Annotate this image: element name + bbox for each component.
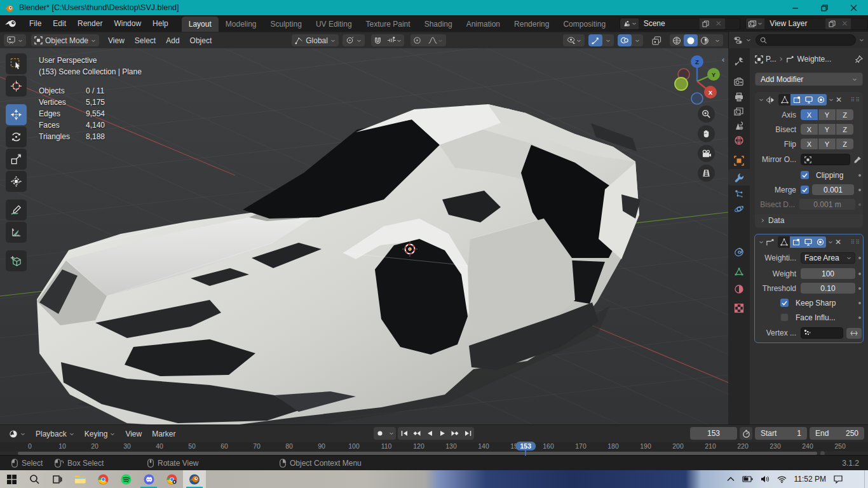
file-explorer-icon[interactable] — [69, 470, 92, 488]
view-layer-copy-button[interactable] — [825, 18, 838, 29]
scene-name[interactable]: Scene — [639, 18, 700, 29]
bisect-z-button[interactable]: Z — [836, 124, 853, 135]
wn-realtime-toggle[interactable] — [802, 236, 814, 248]
wn-delete-button[interactable]: ✕ — [835, 238, 841, 247]
snap-magnet-toggle[interactable] — [371, 34, 385, 46]
wn-render-toggle[interactable] — [814, 236, 826, 248]
tool-annotate[interactable] — [6, 200, 27, 220]
preview-range-clock-button[interactable] — [740, 427, 752, 440]
show-overlays-toggle[interactable] — [618, 34, 632, 46]
pan-hand-button[interactable] — [698, 125, 715, 142]
proportional-falloff-selector[interactable] — [424, 34, 446, 46]
next-keyframe-button[interactable] — [449, 427, 461, 440]
transform-orientation-selector[interactable]: Global — [292, 34, 339, 46]
clipping-checkbox[interactable] — [801, 171, 809, 179]
menu-add[interactable]: Add — [161, 36, 184, 45]
bisect-x-button[interactable]: X — [801, 124, 818, 135]
tool-measure[interactable] — [6, 222, 27, 243]
tab-animation[interactable]: Animation — [459, 17, 507, 32]
flip-z-button[interactable]: Z — [836, 139, 853, 149]
merge-checkbox[interactable] — [801, 186, 809, 194]
animate-dot[interactable] — [858, 189, 861, 191]
mirror-drag-handle[interactable]: ⠿⠿ — [851, 98, 860, 102]
timeline-menu-marker[interactable]: Marker — [147, 430, 180, 438]
outliner-filter-dropdown[interactable] — [859, 36, 864, 44]
timeline-menu-playback[interactable]: Playback — [31, 430, 79, 438]
bisect-y-button[interactable]: Y — [818, 124, 836, 135]
tab-modifiers[interactable] — [728, 169, 750, 186]
mode-selector[interactable]: Object Mode — [31, 34, 99, 46]
keep-sharp-checkbox[interactable] — [780, 299, 789, 307]
tool-move[interactable] — [6, 104, 27, 125]
tab-shading[interactable]: Shading — [417, 17, 459, 32]
menu-view[interactable]: View — [103, 36, 130, 45]
menu-file[interactable]: File — [24, 17, 47, 30]
tab-texture-paint[interactable]: Texture Paint — [359, 17, 417, 32]
tool-select-box[interactable] — [6, 53, 27, 74]
gizmos-dropdown[interactable] — [602, 34, 614, 46]
weight-value-field[interactable]: 100 — [801, 268, 855, 279]
spotify-icon[interactable] — [114, 470, 137, 488]
menu-select[interactable]: Select — [130, 36, 161, 45]
tab-uv-editing[interactable]: UV Editing — [309, 17, 359, 32]
action-center-icon[interactable] — [834, 475, 843, 484]
tab-geometry-nodes[interactable]: Geometry Nod — [613, 17, 614, 32]
menu-render[interactable]: Render — [72, 17, 108, 30]
animate-dot[interactable] — [858, 287, 861, 290]
taskbar-clock[interactable]: 11:52 PM — [794, 475, 826, 484]
mirror-object-field[interactable] — [801, 154, 850, 165]
show-object-types-selector[interactable] — [563, 34, 585, 46]
face-influence-checkbox[interactable] — [780, 313, 789, 322]
mirror-realtime-toggle[interactable] — [803, 94, 815, 105]
flip-x-button[interactable]: X — [801, 139, 818, 149]
gizmo-neg-z[interactable] — [691, 93, 703, 104]
end-frame-field[interactable]: End250 — [810, 427, 864, 440]
blender-menu-icon[interactable] — [5, 19, 17, 28]
pivot-point-selector[interactable] — [342, 34, 365, 46]
mirror-on-cage-toggle[interactable] — [778, 94, 790, 105]
play-button[interactable] — [436, 427, 449, 440]
scene-icon[interactable] — [620, 18, 639, 29]
timeline-editor-type-button[interactable] — [4, 430, 31, 438]
timeline-menu-keying[interactable]: Keying — [79, 430, 121, 438]
tab-material[interactable] — [728, 281, 750, 297]
xray-toggle[interactable] — [648, 34, 665, 46]
tab-rendering[interactable]: Rendering — [507, 17, 556, 32]
scene-copy-button[interactable] — [700, 18, 712, 29]
restore-button[interactable] — [810, 0, 839, 15]
tab-texture[interactable] — [728, 300, 750, 316]
wifi-icon[interactable] — [777, 476, 787, 483]
start-frame-field[interactable]: Start1 — [755, 427, 807, 440]
task-view-icon[interactable] — [46, 470, 69, 488]
tool-rotate[interactable] — [6, 126, 27, 147]
menu-window[interactable]: Window — [108, 17, 147, 30]
tab-modeling[interactable]: Modeling — [219, 17, 264, 32]
battery-icon[interactable] — [742, 476, 753, 482]
view-layer-selector[interactable]: View Layer ✕ — [745, 18, 868, 30]
chrome-profile-icon[interactable] — [160, 470, 183, 488]
wn-drag-handle[interactable]: ⠿⠿ — [851, 241, 860, 244]
axis-y-button[interactable]: Y — [818, 109, 836, 120]
car-object[interactable] — [37, 104, 641, 424]
auto-keying-record-button[interactable] — [374, 427, 386, 440]
tab-tool[interactable] — [728, 53, 750, 70]
shading-wireframe-button[interactable] — [670, 34, 684, 46]
pin-icon[interactable] — [855, 55, 863, 64]
timeline-ruler[interactable]: 153 010203040506070809010011012013014015… — [0, 442, 868, 451]
show-gizmos-toggle[interactable] — [588, 34, 602, 46]
animate-dot[interactable] — [858, 273, 861, 275]
mirror-edit-mode-toggle[interactable] — [790, 94, 803, 105]
threshold-value-field[interactable]: 0.10 — [801, 283, 855, 294]
tab-particles[interactable] — [728, 186, 750, 202]
view-layer-icon[interactable] — [746, 18, 764, 29]
titlebar[interactable]: Blender* [C:\Users\thund\Desktop\SVJ.ble… — [0, 0, 868, 15]
outliner-display-mode[interactable] — [733, 34, 752, 46]
mirror-extras-dropdown[interactable] — [829, 97, 834, 102]
editor-type-button[interactable] — [4, 34, 26, 46]
tool-scale[interactable] — [6, 149, 27, 170]
animate-dot[interactable] — [858, 302, 861, 304]
shading-solid-button[interactable] — [684, 34, 698, 46]
keying-set-dropdown[interactable] — [386, 427, 396, 440]
jump-to-start-button[interactable] — [398, 427, 410, 440]
menu-help[interactable]: Help — [147, 17, 174, 30]
